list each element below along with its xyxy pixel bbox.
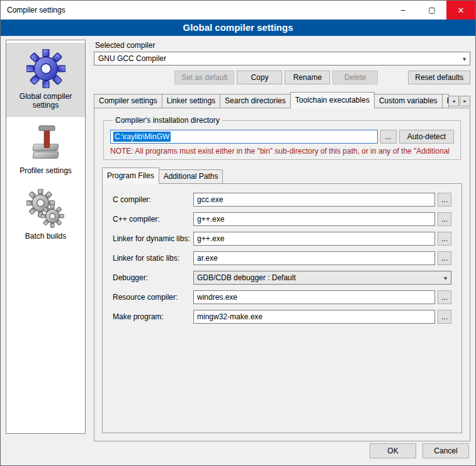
resource-compiler-browse-button[interactable]: ... <box>438 290 451 304</box>
sidebar-item-label: Batch builds <box>8 232 83 241</box>
make-program-browse-button[interactable]: ... <box>438 310 451 324</box>
resource-compiler-label: Resource compiler: <box>113 293 193 302</box>
debugger-row: Debugger: GDB/CDB debugger : Default ▾ <box>113 271 451 285</box>
static-linker-browse-button[interactable]: ... <box>438 251 451 265</box>
program-files-panel: C compiler: gcc.exe ... C++ compiler: g+… <box>102 183 462 433</box>
settings-category-list: Global compiler settings Profiler settin… <box>6 40 86 434</box>
browse-directory-button[interactable]: ... <box>380 130 397 144</box>
page-title: Global compiler settings <box>1 20 475 36</box>
sidebar-item-global-compiler-settings[interactable]: Global compiler settings <box>6 43 85 117</box>
profiler-tool-icon <box>8 122 83 164</box>
tab-toolchain-executables[interactable]: Toolchain executables <box>290 92 375 108</box>
compiler-actions: Set as default Copy Rename Delete Reset … <box>94 71 470 84</box>
bin-subdirectory-note: NOTE: All programs must exist either in … <box>110 147 454 156</box>
static-linker-row: Linker for static libs: ar.exe ... <box>113 251 451 265</box>
debugger-dropdown[interactable]: GDB/CDB debugger : Default ▾ <box>193 271 451 285</box>
scroll-right-icon[interactable]: ► <box>460 96 470 106</box>
tab-linker-settings[interactable]: Linker settings <box>162 94 220 108</box>
program-tabs: Program Files Additional Paths <box>102 168 462 183</box>
rename-button[interactable]: Rename <box>285 71 330 84</box>
tab-search-directories[interactable]: Search directories <box>220 94 291 108</box>
resource-compiler-row: Resource compiler: windres.exe ... <box>113 290 451 304</box>
title-bar: Compiler settings – ▢ ✕ <box>1 1 475 20</box>
static-linker-input[interactable]: ar.exe <box>193 251 435 265</box>
selected-compiler-value: GNU GCC Compiler <box>98 54 166 63</box>
window-controls: – ▢ ✕ <box>388 1 475 20</box>
chevron-down-icon: ▾ <box>463 52 466 65</box>
tab-additional-paths[interactable]: Additional Paths <box>159 169 224 183</box>
dynamic-linker-browse-button[interactable]: ... <box>438 232 451 246</box>
reset-defaults-button[interactable]: Reset defaults <box>408 71 470 84</box>
c-compiler-input[interactable]: gcc.exe <box>193 193 435 207</box>
make-program-input[interactable]: mingw32-make.exe <box>193 310 435 324</box>
c-compiler-row: C compiler: gcc.exe ... <box>113 193 451 207</box>
auto-detect-button[interactable]: Auto-detect <box>399 130 454 144</box>
installation-directory-row: C:\raylib\MinGW ... Auto-detect <box>110 130 454 144</box>
tab-program-files[interactable]: Program Files <box>102 168 159 184</box>
c-compiler-label: C compiler: <box>113 195 193 204</box>
dialog-body: Global compiler settings Profiler settin… <box>1 36 475 441</box>
resource-compiler-input[interactable]: windres.exe <box>193 290 435 304</box>
selected-compiler-label: Selected compiler <box>95 41 470 50</box>
make-program-row: Make program: mingw32-make.exe ... <box>113 310 451 324</box>
installation-directory-group: Compiler's installation directory C:\ray… <box>103 116 461 160</box>
maximize-icon[interactable]: ▢ <box>417 1 446 20</box>
cpp-compiler-browse-button[interactable]: ... <box>438 212 451 226</box>
sidebar-item-batch-builds[interactable]: Batch builds <box>6 183 85 248</box>
window-title: Compiler settings <box>1 6 65 14</box>
selected-compiler-dropdown[interactable]: GNU GCC Compiler ▾ <box>94 52 470 65</box>
dialog-footer: OK Cancel <box>1 441 475 465</box>
blue-gear-icon <box>8 48 83 89</box>
installation-directory-label: Compiler's installation directory <box>113 116 222 125</box>
close-icon[interactable]: ✕ <box>446 1 475 20</box>
tab-custom-variables[interactable]: Custom variables <box>374 94 443 108</box>
debugger-value: GDB/CDB debugger : Default <box>197 273 296 282</box>
sidebar-item-label: Global compiler settings <box>8 92 83 110</box>
toolchain-executables-panel: Compiler's installation directory C:\ray… <box>94 108 470 441</box>
settings-tabs: Compiler settings Linker settings Search… <box>94 92 470 108</box>
copy-button[interactable]: Copy <box>237 71 282 84</box>
tab-scroll-buttons: ◄ ► <box>448 96 470 108</box>
static-linker-label: Linker for static libs: <box>113 254 193 263</box>
dynamic-linker-input[interactable]: g++.exe <box>193 232 435 246</box>
cpp-compiler-row: C++ compiler: g++.exe ... <box>113 212 451 226</box>
spacer <box>94 71 172 84</box>
delete-button: Delete <box>332 71 378 84</box>
dynamic-linker-label: Linker for dynamic libs: <box>113 234 193 243</box>
cpp-compiler-input[interactable]: g++.exe <box>193 212 435 226</box>
debugger-label: Debugger: <box>113 273 193 282</box>
gray-gears-icon <box>8 188 83 229</box>
minimize-icon[interactable]: – <box>388 1 417 20</box>
scroll-left-icon[interactable]: ◄ <box>448 96 459 106</box>
cpp-compiler-label: C++ compiler: <box>113 215 193 224</box>
sidebar-item-label: Profiler settings <box>8 166 83 175</box>
dynamic-linker-row: Linker for dynamic libs: g++.exe ... <box>113 232 451 246</box>
installation-directory-value: C:\raylib\MinGW <box>113 132 171 142</box>
c-compiler-browse-button[interactable]: ... <box>438 193 451 207</box>
cancel-button[interactable]: Cancel <box>422 443 469 458</box>
set-as-default-button: Set as default <box>174 71 234 84</box>
installation-directory-input[interactable]: C:\raylib\MinGW <box>110 130 378 144</box>
ok-button[interactable]: OK <box>370 443 416 458</box>
sidebar-item-profiler-settings[interactable]: Profiler settings <box>6 117 85 183</box>
compiler-settings-window: Compiler settings – ▢ ✕ Global compiler … <box>0 0 476 466</box>
make-program-label: Make program: <box>113 312 193 321</box>
chevron-down-icon: ▾ <box>444 275 447 281</box>
tab-compiler-settings[interactable]: Compiler settings <box>94 94 162 108</box>
main-panel: Selected compiler GNU GCC Compiler ▾ Set… <box>94 36 470 441</box>
